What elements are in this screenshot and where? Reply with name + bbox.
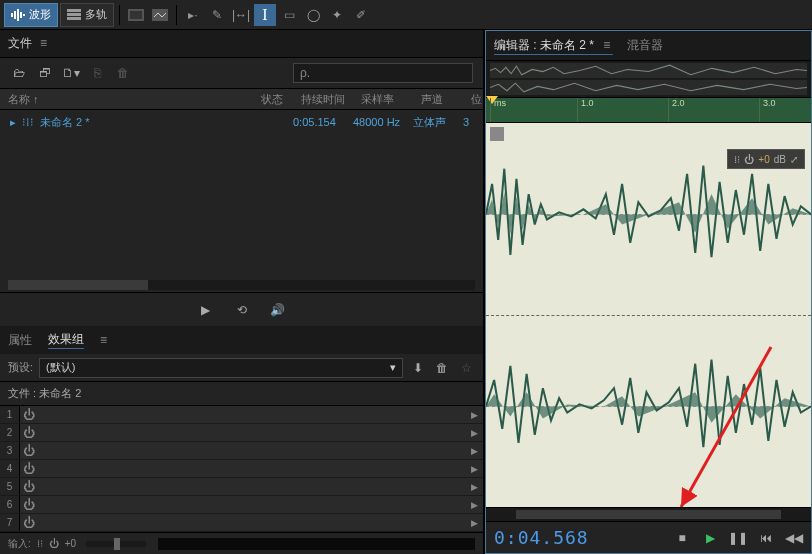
effects-slot[interactable]: 1⏻▶ xyxy=(0,406,483,424)
files-columns-header: 名称 ↑ 状态 持续时间 采样率 声道 位 xyxy=(0,88,483,110)
marquee-tool[interactable]: ▭ xyxy=(278,4,300,26)
col-channels[interactable]: 声道 xyxy=(413,92,463,107)
multitrack-mode-label: 多轨 xyxy=(85,7,107,22)
col-bitdepth[interactable]: 位 xyxy=(463,92,483,107)
timecode-display[interactable]: 0:04.568 xyxy=(494,527,589,548)
effects-slot[interactable]: 7⏻▶ xyxy=(0,514,483,532)
preset-value: (默认) xyxy=(46,360,75,375)
files-search-input[interactable]: ρ. xyxy=(293,63,473,83)
slot-expand-icon[interactable]: ▶ xyxy=(465,410,483,420)
files-panel-menu-icon[interactable]: ≡ xyxy=(40,42,50,45)
effects-slot[interactable]: 2⏻▶ xyxy=(0,424,483,442)
preset-select[interactable]: (默认) ▾ xyxy=(39,358,403,378)
editor-transport-bar: 0:04.568 ■ ▶ ❚❚ ⏮ ◀◀ xyxy=(486,521,811,553)
rewind-icon[interactable]: ◀◀ xyxy=(785,529,803,547)
preview-loop-icon[interactable]: ⟲ xyxy=(233,301,251,319)
brush-tool[interactable]: ✦ xyxy=(326,4,348,26)
slot-expand-icon[interactable]: ▶ xyxy=(465,428,483,438)
time-selection-tool[interactable]: I xyxy=(254,4,276,26)
overview-strip[interactable] xyxy=(486,61,811,97)
input-db[interactable]: +0 xyxy=(65,538,76,549)
slot-expand-icon[interactable]: ▶ xyxy=(465,482,483,492)
effects-panel-menu-icon[interactable]: ≡ xyxy=(100,339,110,342)
power-icon[interactable]: ⏻ xyxy=(20,408,38,422)
stop-icon[interactable]: ■ xyxy=(673,529,691,547)
power-icon[interactable]: ⏻ xyxy=(20,444,38,458)
svg-rect-7 xyxy=(67,17,81,20)
file-bit: 3 xyxy=(463,116,483,128)
expand-icon[interactable]: ▸ xyxy=(10,116,16,129)
slot-expand-icon[interactable]: ▶ xyxy=(465,464,483,474)
col-status[interactable]: 状态 xyxy=(253,92,293,107)
svg-rect-9 xyxy=(130,11,142,19)
input-meter xyxy=(158,538,475,550)
preset-label: 预设: xyxy=(8,360,33,375)
slot-expand-icon[interactable]: ▶ xyxy=(465,500,483,510)
col-duration[interactable]: 持续时间 xyxy=(293,92,353,107)
effects-slot[interactable]: 4⏻▶ xyxy=(0,460,483,478)
play-icon[interactable]: ▶ xyxy=(701,529,719,547)
editor-h-scrollbar[interactable] xyxy=(486,507,811,521)
mixer-tab[interactable]: 混音器 xyxy=(627,37,663,54)
delete-preset-icon[interactable]: 🗑 xyxy=(433,359,451,377)
col-name[interactable]: 名称 ↑ xyxy=(0,92,253,107)
effects-rack-tab[interactable]: 效果组 xyxy=(48,331,84,349)
files-list: ▸⁝⁞⁝未命名 2 * 0:05.154 48000 Hz 立体声 3 xyxy=(0,110,483,278)
effects-preset-row: 预设: (默认) ▾ ⬇ 🗑 ☆ xyxy=(0,354,483,382)
power-icon[interactable]: ⏻ xyxy=(20,426,38,440)
razor-tool[interactable]: ✎ xyxy=(206,4,228,26)
preview-autoplay-icon[interactable]: 🔊 xyxy=(269,301,287,319)
main-toolbar: 波形 多轨 ▸· ✎ |↔| I ▭ ◯ ✦ ✐ xyxy=(0,0,812,30)
spectral-display-toggle[interactable] xyxy=(125,4,147,26)
file-row[interactable]: ▸⁝⁞⁝未命名 2 * 0:05.154 48000 Hz 立体声 3 xyxy=(0,110,483,134)
favorite-preset-icon: ☆ xyxy=(457,359,475,377)
files-h-scrollbar[interactable] xyxy=(8,280,475,290)
effects-input-row: 输入: ⁞⁝ ⏻ +0 xyxy=(0,532,483,554)
file-samplerate: 48000 Hz xyxy=(353,116,413,128)
editor-tabs: 编辑器 : 未命名 2 * ≡ 混音器 xyxy=(486,31,811,61)
power-icon[interactable]: ⏻ xyxy=(20,498,38,512)
meter-bars-icon: ⁞⁝ xyxy=(37,538,43,549)
pause-icon[interactable]: ❚❚ xyxy=(729,529,747,547)
skip-back-icon[interactable]: ⏮ xyxy=(757,529,775,547)
power-icon[interactable]: ⏻ xyxy=(20,480,38,494)
save-preset-icon[interactable]: ⬇ xyxy=(409,359,427,377)
ruler-unit: ms xyxy=(490,98,506,122)
effects-slot[interactable]: 5⏻▶ xyxy=(0,478,483,496)
pitch-display-toggle[interactable] xyxy=(149,4,171,26)
effects-file-label: 文件 : 未命名 2 xyxy=(0,382,483,406)
power-icon[interactable]: ⏻ xyxy=(20,462,38,476)
svg-rect-0 xyxy=(11,13,13,17)
file-name: 未命名 2 * xyxy=(40,115,90,130)
slot-expand-icon[interactable]: ▶ xyxy=(465,518,483,528)
new-file-icon[interactable]: 🗋▾ xyxy=(62,64,80,82)
slot-expand-icon[interactable]: ▶ xyxy=(465,446,483,456)
power-icon[interactable]: ⏻ xyxy=(49,538,59,549)
heal-tool[interactable]: ✐ xyxy=(350,4,372,26)
lasso-tool[interactable]: ◯ xyxy=(302,4,324,26)
open-file-icon[interactable]: 🗁 xyxy=(10,64,28,82)
channel-left xyxy=(486,123,811,315)
svg-rect-5 xyxy=(67,9,81,12)
svg-rect-6 xyxy=(67,13,81,16)
waveform-editor[interactable]: ⁞⁝ ⏻ +0 dB ⤢ xyxy=(486,123,811,507)
files-search-placeholder: ρ. xyxy=(300,66,310,80)
slip-tool[interactable]: |↔| xyxy=(230,4,252,26)
effects-slot[interactable]: 6⏻▶ xyxy=(0,496,483,514)
power-icon[interactable]: ⏻ xyxy=(20,516,38,530)
waveform-mode-tab[interactable]: 波形 xyxy=(4,3,58,27)
effects-slot[interactable]: 3⏻▶ xyxy=(0,442,483,460)
audio-file-icon: ⁝⁞⁝ xyxy=(22,116,34,129)
editor-tab[interactable]: 编辑器 : 未命名 2 * ≡ xyxy=(494,37,613,55)
waveform-icon xyxy=(11,9,25,21)
preview-play-icon[interactable]: ▶ xyxy=(197,301,215,319)
svg-rect-2 xyxy=(17,9,19,21)
col-samplerate[interactable]: 采样率 xyxy=(353,92,413,107)
timeline-ruler[interactable]: ms 1.0 2.0 3.0 xyxy=(486,97,811,123)
files-panel-title: 文件 xyxy=(8,35,32,52)
move-tool[interactable]: ▸· xyxy=(182,4,204,26)
properties-tab[interactable]: 属性 xyxy=(8,332,32,349)
input-gain-slider[interactable] xyxy=(86,541,146,547)
multitrack-mode-tab[interactable]: 多轨 xyxy=(60,3,114,27)
record-file-icon[interactable]: 🗗 xyxy=(36,64,54,82)
